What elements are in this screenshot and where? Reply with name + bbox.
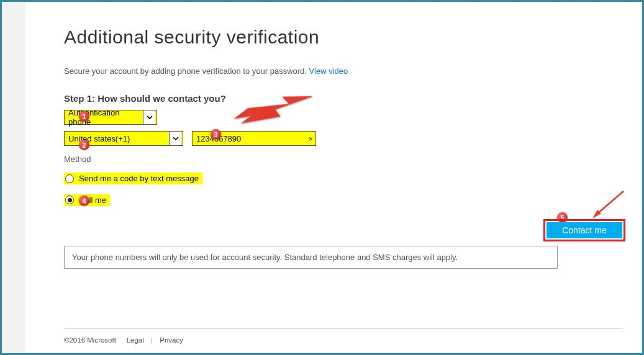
svg-line-1 <box>596 191 624 215</box>
footer-copyright: ©2016 Microsoft <box>64 336 116 344</box>
footer-legal-link[interactable]: Legal <box>127 336 144 344</box>
subtitle-text: Secure your account by adding phone veri… <box>64 66 309 76</box>
radio-selected-icon <box>65 195 74 204</box>
option-text-message[interactable]: Send me a code by text message <box>64 173 202 184</box>
annotation-badge-1: 1 <box>79 111 89 122</box>
contact-me-button[interactable]: Contact me <box>546 222 622 238</box>
window-frame: Additional security verification Secure … <box>0 0 644 355</box>
annotation-arrow-icon <box>232 89 312 132</box>
method-label: Method <box>64 155 623 164</box>
separator: | <box>151 336 153 344</box>
annotation-badge-3: 3 <box>211 129 221 140</box>
footer-privacy-link[interactable]: Privacy <box>160 336 183 344</box>
notice-text: Your phone numbers will only be used for… <box>64 246 558 269</box>
content-area: Additional security verification Secure … <box>64 27 623 206</box>
radio-unselected-icon <box>65 174 74 183</box>
step-heading: Step 1: How should we contact you? <box>64 93 623 104</box>
annotation-badge-4: 4 <box>79 195 89 206</box>
phone-row: United states(+1) 1234567890 × <box>64 131 623 146</box>
option-text-label: Send me a code by text message <box>79 174 199 183</box>
country-value: United states(+1) <box>68 134 130 143</box>
chevron-down-icon <box>169 132 181 145</box>
auth-method-select[interactable]: Authentication phone <box>64 110 157 125</box>
auth-method-row: Authentication phone <box>64 110 623 125</box>
page-card: Additional security verification Secure … <box>25 2 643 353</box>
annotation-arrow-icon <box>585 187 628 223</box>
subtitle: Secure your account by adding phone veri… <box>64 66 623 76</box>
view-video-link[interactable]: View video <box>309 66 348 76</box>
annotation-badge-2: 2 <box>79 140 89 150</box>
clear-icon[interactable]: × <box>308 134 313 143</box>
page-title: Additional security verification <box>64 27 623 48</box>
svg-marker-0 <box>234 89 312 132</box>
footer: ©2016 Microsoft Legal | Privacy <box>64 328 623 344</box>
contact-me-highlight: Contact me <box>543 219 625 241</box>
chevron-down-icon <box>143 110 155 124</box>
